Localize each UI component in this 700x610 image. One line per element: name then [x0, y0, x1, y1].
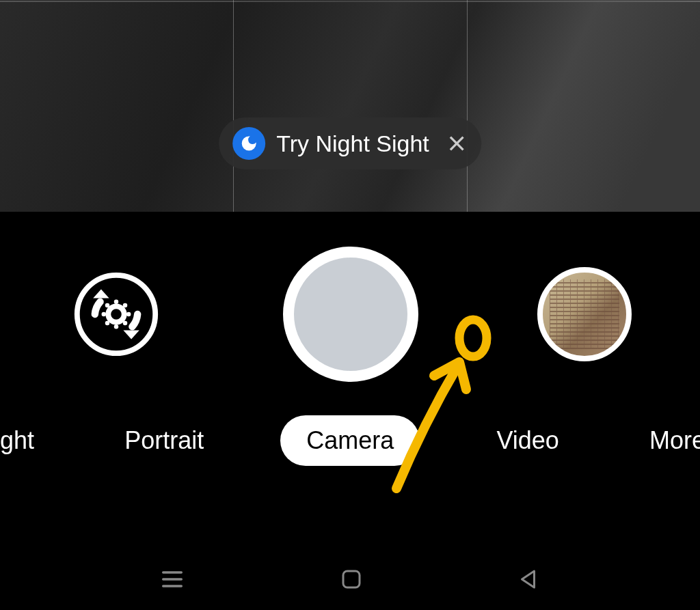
svg-point-8 [102, 312, 107, 317]
night-sight-suggestion[interactable]: Try Night Sight [219, 117, 481, 169]
back-button[interactable] [517, 567, 541, 592]
camera-controls: Sight Portrait Camera Video More [0, 212, 700, 471]
svg-point-6 [114, 300, 119, 305]
svg-point-9 [126, 312, 131, 317]
mode-more[interactable]: More [636, 426, 700, 455]
svg-point-12 [105, 321, 110, 326]
svg-marker-3 [93, 290, 109, 299]
gallery-thumbnail[interactable] [537, 267, 632, 361]
svg-point-2 [77, 275, 155, 353]
grid-line [467, 0, 468, 212]
svg-point-10 [105, 303, 110, 308]
mode-camera[interactable]: Camera [280, 415, 420, 466]
mode-video[interactable]: Video [483, 426, 572, 455]
camera-viewfinder[interactable]: Try Night Sight [0, 0, 700, 212]
switch-camera-button[interactable] [68, 266, 164, 362]
moon-icon [232, 127, 265, 160]
svg-rect-18 [343, 571, 360, 587]
svg-marker-4 [123, 330, 139, 339]
mode-night-sight[interactable]: Sight [0, 426, 48, 455]
android-nav-bar [0, 549, 700, 610]
home-button[interactable] [339, 567, 364, 592]
mode-selector[interactable]: Sight Portrait Camera Video More [0, 389, 700, 471]
svg-marker-19 [522, 571, 535, 587]
shutter-button[interactable] [283, 247, 418, 382]
recent-apps-button[interactable] [159, 566, 186, 593]
grid-line [233, 0, 234, 212]
svg-point-7 [114, 324, 119, 329]
svg-point-5 [108, 306, 124, 322]
mode-portrait[interactable]: Portrait [111, 426, 217, 455]
close-suggestion-button[interactable] [446, 133, 468, 154]
svg-point-11 [123, 303, 128, 308]
svg-point-13 [123, 321, 128, 326]
suggestion-label: Try Night Sight [276, 130, 429, 157]
